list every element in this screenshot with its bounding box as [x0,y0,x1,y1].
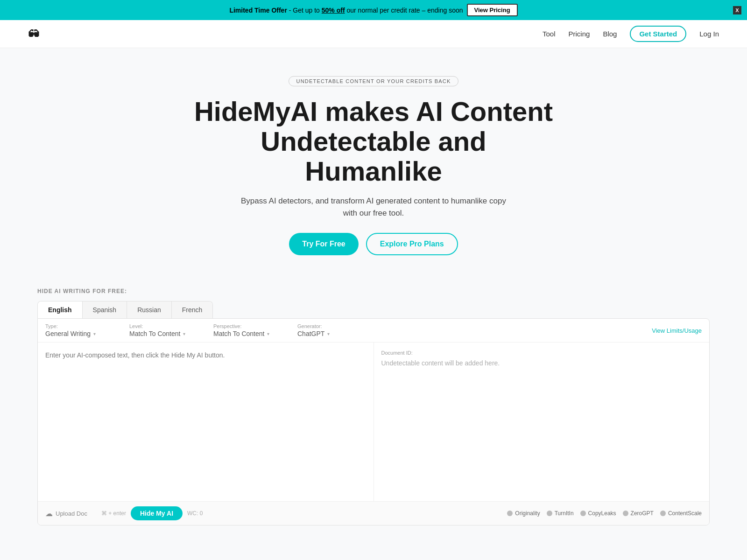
zerogpt-label: ZeroGPT [631,510,654,517]
view-pricing-button[interactable]: View Pricing [467,4,518,16]
detector-zerogpt: ZeroGPT [623,510,654,517]
generator-label: Generator: [297,323,372,329]
originality-dot [507,511,513,516]
generator-value: ChatGPT [297,330,324,337]
tool-label: HIDE AI WRITING FOR FREE: [37,288,710,294]
level-value: Match To Content [129,330,180,337]
detector-contentscale: ContentScale [660,510,702,517]
zerogpt-dot [623,511,628,516]
hero-title-line2: Undetectable and Humanlike [261,126,486,186]
try-free-button[interactable]: Try For Free [289,233,358,255]
perspective-chevron-icon: ▾ [267,331,269,336]
type-control: Type: General Writing ▾ [45,323,120,337]
hide-ai-button[interactable]: Hide My AI [131,506,183,520]
type-select[interactable]: General Writing ▾ [45,330,120,337]
editor-input-panel [38,343,374,501]
logo: 🕶 [28,27,39,42]
contentscale-label: ContentScale [668,510,702,517]
hero-badge: UNDETECTABLE CONTENT OR YOUR CREDITS BAC… [289,76,459,86]
type-value: General Writing [45,330,91,337]
tool-editor: Document ID: Undetectable content will b… [38,343,709,501]
hero-section: UNDETECTABLE CONTENT OR YOUR CREDITS BAC… [0,48,747,274]
copyleaks-label: CopyLeaks [588,510,616,517]
level-label: Level: [129,323,204,329]
tool-box: Type: General Writing ▾ Level: Match To … [37,318,710,525]
originality-label: Originality [515,510,540,517]
perspective-control: Perspective: Match To Content ▾ [213,323,288,337]
ai-text-input[interactable] [45,350,366,494]
shortcut-text: ⌘ + enter [101,510,126,517]
turnitin-dot [547,511,552,516]
doc-id-label: Document ID: [381,350,702,356]
banner-suffix: our normal per credit rate – ending soon [346,7,463,14]
tool-section: HIDE AI WRITING FOR FREE: English Spanis… [0,274,747,553]
close-banner-button[interactable]: X [733,6,741,14]
language-tabs: English Spanish Russian French [37,301,213,318]
banner-text: Limited Time Offer - Get up to 50% off o… [229,7,463,14]
perspective-value: Match To Content [213,330,264,337]
type-chevron-icon: ▾ [93,331,96,336]
top-banner: Limited Time Offer - Get up to 50% off o… [0,0,747,20]
detector-originality: Originality [507,510,540,517]
view-limits-link[interactable]: View Limits/Usage [652,327,702,334]
banner-highlight: 50% off [322,7,345,14]
tab-russian[interactable]: Russian [127,301,172,318]
hero-buttons: Try For Free Explore Pro Plans [9,233,738,255]
detector-copyleaks: CopyLeaks [580,510,616,517]
perspective-select[interactable]: Match To Content ▾ [213,330,288,337]
level-control: Level: Match To Content ▾ [129,323,204,337]
upload-icon: ☁ [45,509,53,518]
explore-plans-button[interactable]: Explore Pro Plans [366,233,458,255]
upload-label: Upload Doc [56,510,87,517]
tab-english[interactable]: English [38,301,83,318]
level-select[interactable]: Match To Content ▾ [129,330,204,337]
banner-mid: - Get up to [289,7,322,14]
detector-turnitin: TurnItIn [547,510,574,517]
upload-doc-button[interactable]: ☁ Upload Doc [45,509,87,518]
type-label: Type: [45,323,120,329]
generator-select[interactable]: ChatGPT ▾ [297,330,372,337]
turnitin-label: TurnItIn [555,510,574,517]
login-link[interactable]: Log In [699,30,719,38]
tab-spanish[interactable]: Spanish [83,301,127,318]
generator-control: Generator: ChatGPT ▾ [297,323,372,337]
logo-icon: 🕶 [28,28,39,41]
get-started-button[interactable]: Get Started [630,26,686,42]
banner-prefix: Limited Time Offer [229,7,287,14]
generator-chevron-icon: ▾ [327,331,330,336]
tool-controls: Type: General Writing ▾ Level: Match To … [38,319,709,343]
footer-center: ⌘ + enter Hide My AI WC: 0 [101,506,203,520]
word-count: WC: 0 [187,510,203,517]
editor-output-panel: Document ID: Undetectable content will b… [374,343,710,501]
output-text: Undetectable content will be added here. [381,359,702,494]
copyleaks-dot [580,511,586,516]
nav-tool[interactable]: Tool [543,30,556,38]
tab-french[interactable]: French [172,301,213,318]
nav-blog[interactable]: Blog [603,30,617,38]
nav-pricing[interactable]: Pricing [569,30,590,38]
tool-footer: ☁ Upload Doc ⌘ + enter Hide My AI WC: 0 … [38,501,709,525]
detector-badges: Originality TurnItIn CopyLeaks ZeroGPT C… [507,510,702,517]
hero-title: HideMyAI makes AI Content Undetectable a… [191,97,556,186]
perspective-label: Perspective: [213,323,288,329]
hero-subtitle: Bypass AI detectors, and transform AI ge… [233,195,514,219]
contentscale-dot [660,511,666,516]
nav-links: Tool Pricing Blog Get Started Log In [543,26,719,42]
level-chevron-icon: ▾ [183,331,185,336]
hero-title-line1: HideMyAI makes AI Content [194,96,553,126]
navbar: 🕶 Tool Pricing Blog Get Started Log In [0,20,747,48]
